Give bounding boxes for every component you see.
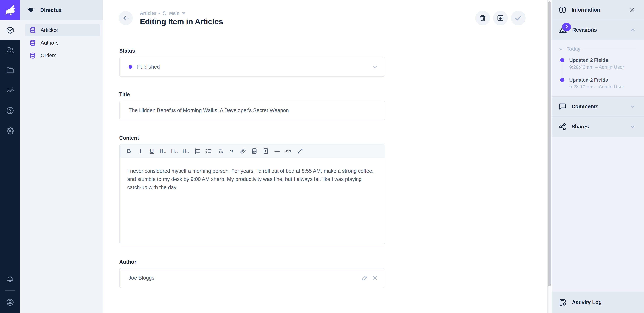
editor-body[interactable]: I never considered myself a morning pers… xyxy=(120,158,385,244)
module-files[interactable] xyxy=(0,60,20,80)
deselect-icon[interactable] xyxy=(372,275,378,281)
chevron-up-icon xyxy=(630,27,636,33)
activity-clipboard-icon xyxy=(558,298,567,307)
module-settings[interactable] xyxy=(0,121,20,141)
check-icon xyxy=(514,14,522,22)
sidebar-item-label: Authors xyxy=(40,40,58,46)
information-section[interactable]: Information xyxy=(552,0,644,20)
revisions-section[interactable]: 2 Revisions xyxy=(552,20,644,40)
link-button[interactable] xyxy=(238,146,248,156)
content-label: Content xyxy=(119,135,398,141)
heading2-button[interactable]: H.. xyxy=(170,146,179,156)
image-button[interactable] xyxy=(250,146,259,156)
content-paragraph: I never considered myself a morning pers… xyxy=(127,167,377,192)
sidebar-item-orders[interactable]: Orders xyxy=(25,50,100,62)
revision-item[interactable]: Updated 2 Fields 9:28:10 am – Admin User xyxy=(569,77,636,90)
archive-button[interactable] xyxy=(493,11,508,25)
underline-button[interactable]: U xyxy=(147,146,156,156)
project-header[interactable]: Directus xyxy=(20,0,103,20)
page-title: Editing Item in Articles xyxy=(140,17,475,26)
directus-logo[interactable] xyxy=(0,0,20,20)
bold-button[interactable]: B xyxy=(124,146,134,156)
comments-section[interactable]: Comments xyxy=(552,97,644,117)
share-icon xyxy=(558,123,566,131)
heading3-button[interactable]: H.. xyxy=(181,146,191,156)
title-block: Articles • Main Editing Item in Articles xyxy=(140,11,475,26)
status-dropdown[interactable]: Published xyxy=(119,57,385,77)
author-field: Author Joe Bloggs xyxy=(119,259,398,288)
breadcrumb[interactable]: Articles • Main xyxy=(140,11,475,16)
right-sidebar: Information 2 Revisions xyxy=(552,0,644,313)
ordered-list-button[interactable] xyxy=(193,146,202,156)
horizontal-rule-button[interactable]: — xyxy=(272,146,282,156)
italic-button[interactable]: I xyxy=(136,146,145,156)
title-value: The Hidden Benefits of Morning Walks: A … xyxy=(129,107,289,113)
revision-group-label: Today xyxy=(566,46,580,52)
revision-group-header[interactable]: Today xyxy=(558,46,636,52)
help-icon xyxy=(6,106,14,115)
module-users[interactable] xyxy=(0,40,20,60)
edit-icon[interactable] xyxy=(362,275,368,281)
user-avatar-icon xyxy=(6,298,14,307)
author-value: Joe Bloggs xyxy=(129,275,154,281)
revision-dot-icon xyxy=(560,78,564,82)
module-insights[interactable] xyxy=(0,80,20,100)
breadcrumb-separator: • xyxy=(158,11,160,16)
shares-section[interactable]: Shares xyxy=(552,117,644,137)
title-input[interactable]: The Hidden Benefits of Morning Walks: A … xyxy=(119,100,385,120)
delete-button[interactable] xyxy=(475,11,490,25)
scrollbar-thumb[interactable] xyxy=(548,1,551,286)
collection-database-icon xyxy=(29,39,36,46)
arrow-left-icon xyxy=(122,14,130,22)
author-input[interactable]: Joe Bloggs xyxy=(119,268,385,288)
title-label: Title xyxy=(119,91,398,97)
save-button[interactable] xyxy=(511,11,526,25)
section-label: Activity Log xyxy=(572,300,637,306)
back-button[interactable] xyxy=(119,11,133,25)
rabbit-icon xyxy=(4,4,16,16)
trash-icon xyxy=(479,14,486,22)
sidebar-item-label: Orders xyxy=(40,53,56,59)
video-button[interactable] xyxy=(261,146,270,156)
module-content[interactable] xyxy=(0,20,20,40)
breadcrumb-version[interactable]: Main xyxy=(169,11,180,16)
version-sync-icon xyxy=(162,11,167,16)
close-icon[interactable] xyxy=(629,6,636,13)
box-content-icon xyxy=(6,26,14,34)
archive-icon xyxy=(496,14,504,22)
app-window: Directus Articles Authors xyxy=(0,0,644,313)
bell-icon xyxy=(6,275,14,283)
breadcrumb-collection[interactable]: Articles xyxy=(140,11,156,16)
revision-list: Updated 2 Fields 9:28:42 am – Admin User… xyxy=(558,57,636,90)
chevron-down-icon xyxy=(558,46,564,52)
settings-icon xyxy=(6,126,14,135)
fullscreen-button[interactable] xyxy=(295,146,305,156)
user-menu-button[interactable] xyxy=(0,292,20,312)
blockquote-button[interactable]: ” xyxy=(227,146,236,156)
revision-title: Updated 2 Fields xyxy=(569,77,636,83)
rail-bottom xyxy=(0,269,20,313)
sidebar-filler xyxy=(552,137,644,292)
title-field: Title The Hidden Benefits of Morning Wal… xyxy=(119,91,398,120)
chevron-down-icon xyxy=(182,12,186,14)
bullet-list-button[interactable] xyxy=(204,146,214,156)
section-label: Revisions xyxy=(572,27,624,33)
revision-title: Updated 2 Fields xyxy=(569,57,636,63)
activity-log-button[interactable]: Activity Log xyxy=(552,292,644,313)
project-name: Directus xyxy=(40,7,62,13)
sidebar-item-authors[interactable]: Authors xyxy=(25,37,100,49)
clear-format-button[interactable] xyxy=(216,146,225,156)
module-docs[interactable] xyxy=(0,100,20,121)
fan-logo-icon xyxy=(26,5,36,15)
main-scrollbar xyxy=(548,0,552,313)
sidebar-item-articles[interactable]: Articles xyxy=(25,24,100,36)
chevron-down-icon xyxy=(630,123,636,130)
heading1-button[interactable]: H.. xyxy=(158,146,168,156)
code-button[interactable]: <> xyxy=(284,146,293,156)
chevron-down-icon[interactable] xyxy=(372,64,378,70)
revision-item[interactable]: Updated 2 Fields 9:28:42 am – Admin User xyxy=(569,57,636,70)
wysiwyg-editor: B I U H.. H.. H.. xyxy=(119,144,385,244)
notifications-button[interactable] xyxy=(0,269,20,289)
sidebar-item-label: Articles xyxy=(40,27,58,33)
module-bar xyxy=(0,0,20,313)
